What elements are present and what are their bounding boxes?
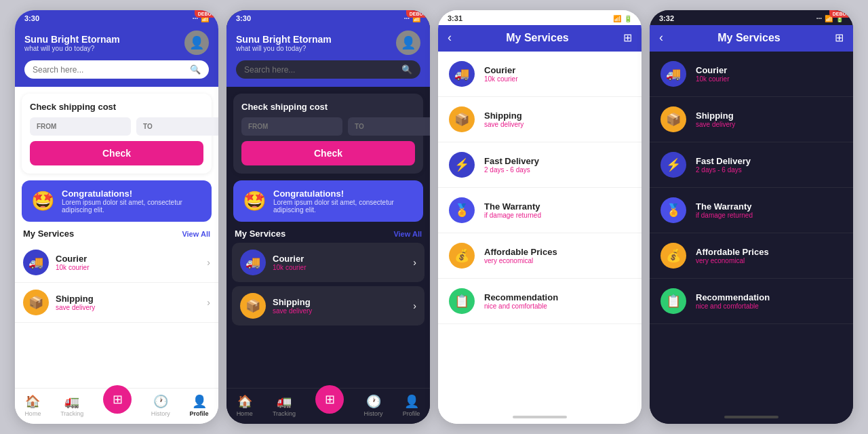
grid-button-4[interactable]: ⊞ [835,31,844,44]
services-list-3: 🚚 Courier 10k courier 📦 Shipping save de… [438,52,642,410]
shipping-icon-4: 📦 [660,106,686,132]
service-courier-3[interactable]: 🚚 Courier 10k courier [438,52,642,97]
service-warranty-3[interactable]: 🏅 The Warranty if damage returned [438,188,642,233]
view-all-1[interactable]: View All [182,230,210,238]
debug-badge-1: DEBUG [195,10,218,18]
service-item-courier-1[interactable]: 🚚 Courier 10k courier › [15,243,218,283]
shipping-name-3: Shipping [484,111,631,121]
from-input-1[interactable] [30,117,131,136]
shipping-card-2: Check shipping cost Check [233,94,423,174]
service-shipping-4[interactable]: 📦 Shipping save delivery [650,97,853,142]
time-3: 3:31 [448,14,462,22]
services-section-header-2: My Services View All [226,222,430,243]
tracking-icon-1: 🚛 [64,394,79,409]
search-icon-1: 🔍 [190,64,201,75]
search-bar-1[interactable]: 🔍 [24,60,209,79]
service-prices-4[interactable]: 💰 Affordable Prices very economical [650,233,853,279]
nav-history-2[interactable]: 🕐 History [364,394,383,417]
service-item-shipping-2[interactable]: 📦 Shipping save delivery › [232,286,425,326]
warranty-sub-3: if damage returned [484,212,631,219]
nav-profile-1[interactable]: 👤 Profile [190,394,209,417]
service-item-courier-2[interactable]: 🚚 Courier 10k courier › [232,243,425,282]
nav-home-label-1: Home [24,410,41,417]
history-icon-1: 🕐 [153,394,168,409]
user-name-1: Sunu Bright Etornam [24,34,120,45]
service-item-shipping-1[interactable]: 📦 Shipping save delivery › [15,283,218,323]
service-courier-4[interactable]: 🚚 Courier 10k courier [650,52,853,97]
congrats-body-2: Lorem ipsum dolor sit amet, consectetur … [273,199,414,214]
status-bar-1: 3:30 ··· 📶 [15,10,218,25]
profile-icon-1: 👤 [192,394,207,409]
service-warranty-4[interactable]: 🏅 The Warranty if damage returned [650,188,853,233]
shipping-sub-3: save delivery [484,121,631,128]
back-button-4[interactable]: ‹ [659,31,663,45]
nav-scan-1[interactable]: ⊞ [103,397,132,414]
courier-sub-3: 10k courier [484,75,631,83]
nav-tracking-2[interactable]: 🚛 Tracking [273,394,296,417]
service-prices-3[interactable]: 💰 Affordable Prices very economical [438,233,642,279]
chevron-icon-2: › [207,297,210,308]
shipping-sub-4: save delivery [696,121,842,128]
nav-home-label-2: Home [237,410,253,417]
bottom-nav-1: 🏠 Home 🚛 Tracking ⊞ 🕐 History 👤 Profile [15,388,218,424]
courier-icon-4: 🚚 [660,61,686,87]
phone-1: DEBUG 3:30 ··· 📶 Sunu Bright Etornam wha… [15,10,218,424]
nav-tracking-1[interactable]: 🚛 Tracking [60,394,83,417]
check-button-1[interactable]: Check [30,141,203,165]
search-input-1[interactable] [33,65,186,75]
congrats-banner-1: 🤩 Congratulations! Lorem ipsum dolor sit… [22,180,212,222]
grid-button-3[interactable]: ⊞ [623,31,632,44]
time-1: 3:30 [24,14,39,22]
nav-tracking-label-1: Tracking [60,410,83,417]
phone-3: 3:31 📶 🔋 ‹ My Services ⊞ 🚚 Courier 10k c… [438,10,642,424]
congrats-title-2: Congratulations! [273,189,414,199]
from-input-2[interactable] [241,117,342,136]
nav-history-1[interactable]: 🕐 History [151,394,170,417]
to-input-1[interactable] [136,117,218,136]
search-bar-2[interactable]: 🔍 [236,60,420,79]
nav-home-1[interactable]: 🏠 Home [24,394,41,417]
congrats-emoji-1: 🤩 [31,190,55,212]
service-recommendation-4[interactable]: 📋 Recommendation nice and comfortable [650,279,853,324]
nav-home-2[interactable]: 🏠 Home [237,394,253,417]
warranty-icon-4: 🏅 [660,197,686,223]
home-icon-1: 🏠 [25,394,40,409]
time-4: 3:32 [659,14,674,22]
nav-scan-2[interactable]: ⊞ [315,397,344,414]
search-icon-2: 🔍 [401,64,412,75]
service-fastdelivery-3[interactable]: ⚡ Fast Delivery 2 days - 6 days [438,142,642,188]
courier-sub-2: 10k courier [273,264,406,271]
shipping-sub-2: save delivery [273,307,406,315]
view-all-2[interactable]: View All [393,230,422,238]
congrats-banner-2: 🤩 Congratulations! Lorem ipsum dolor sit… [233,180,423,222]
scan-icon-btn-2[interactable]: ⊞ [315,385,344,414]
header-1: Sunu Bright Etornam what will you do tod… [15,25,218,87]
recommendation-name-4: Recommendation [696,292,842,302]
service-fastdelivery-4[interactable]: ⚡ Fast Delivery 2 days - 6 days [650,142,853,188]
home-icon-2: 🏠 [237,394,252,409]
nav-profile-2[interactable]: 👤 Profile [403,394,420,417]
time-2: 3:30 [236,14,251,22]
courier-sub-4: 10k courier [696,75,842,83]
shipping-card-1: Check shipping cost Check [22,94,212,174]
service-recommendation-3[interactable]: 📋 Recommendation nice and comfortable [438,279,642,324]
back-button-3[interactable]: ‹ [448,31,452,45]
status-bar-4: 3:32 ··· 📶 🔋 [650,10,853,25]
to-input-2[interactable] [348,117,430,136]
courier-name-1: Courier [56,254,200,264]
nav-history-label-1: History [151,410,170,417]
warranty-sub-4: if damage returned [696,212,842,219]
scan-icon-btn-1[interactable]: ⊞ [103,385,132,414]
service-shipping-3[interactable]: 📦 Shipping save delivery [438,97,642,142]
status-icons-3: 📶 🔋 [613,15,632,22]
nav-profile-label-2: Profile [403,410,420,417]
status-bar-2: 3:30 ··· 📶 [226,10,430,25]
user-sub-1: what will you do today? [24,45,120,52]
warranty-name-4: The Warranty [696,201,842,212]
courier-name-4: Courier [696,65,842,75]
check-button-2[interactable]: Check [241,141,415,165]
phone-2: DEBUG 3:30 ··· 📶 Sunu Bright Etornam wha… [226,10,430,424]
home-indicator-3 [438,410,642,424]
courier-sub-1: 10k courier [56,264,200,271]
search-input-2[interactable] [244,65,397,75]
